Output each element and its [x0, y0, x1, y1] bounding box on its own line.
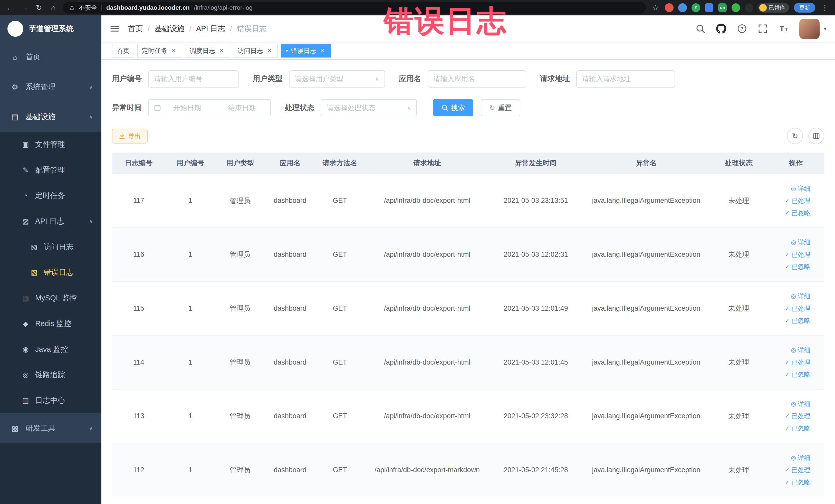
user-id-input[interactable] [148, 70, 239, 87]
search-icon [442, 104, 448, 111]
extension-icon-on-badge[interactable]: on [718, 3, 727, 12]
detail-link[interactable]: ◎ 详细 [791, 184, 810, 193]
date-range-picker[interactable]: 开始日期 - 结束日期 [148, 99, 271, 116]
mark-ignored-link[interactable]: ✓ 已忽略 [785, 209, 810, 217]
mark-ignored-link[interactable]: ✓ 已忽略 [785, 478, 810, 486]
mark-ignored-label: 已忽略 [791, 478, 811, 486]
sidebar-item-trace-label: 链路追踪 [35, 370, 65, 380]
export-button[interactable]: 导出 [112, 129, 148, 143]
sidebar-item-access-log[interactable]: ▧ 访问日志 [0, 234, 101, 260]
app-logo[interactable]: 芋道管理系统 [0, 15, 101, 42]
extension-icon-blue-grid[interactable] [705, 3, 713, 12]
browser-forward-button[interactable]: → [20, 4, 29, 12]
github-icon[interactable] [716, 24, 726, 34]
sidebar-item-system[interactable]: ⚙ 系统管理 ∨ [0, 72, 101, 102]
mark-processed-link[interactable]: ✓ 已处理 [785, 196, 810, 205]
detail-link[interactable]: ◎ 详细 [791, 400, 810, 408]
app-name-input[interactable] [428, 70, 526, 87]
tab-access-log[interactable]: 访问日志 × [233, 44, 278, 58]
mark-processed-link[interactable]: ✓ 已处理 [785, 358, 810, 367]
reset-button[interactable]: ↻ 重置 [481, 99, 520, 116]
sidebar-item-infra-label: 基础设施 [26, 112, 56, 122]
user-id-input-field[interactable] [154, 75, 233, 83]
file-icon: ▣ [21, 140, 30, 149]
search-icon[interactable] [695, 24, 705, 34]
sidebar-item-error-log[interactable]: ▧ 错误日志 [0, 260, 101, 285]
refresh-table-button[interactable]: ↻ [787, 128, 803, 144]
refresh-icon: ↻ [792, 132, 798, 140]
detail-link[interactable]: ◎ 详细 [791, 346, 810, 354]
browser-menu-dots-icon[interactable]: ⋮ [820, 3, 830, 12]
fullscreen-icon[interactable] [758, 24, 768, 34]
breadcrumb-api-log[interactable]: API 日志 [196, 24, 225, 34]
hamburger-icon[interactable] [110, 24, 119, 33]
close-icon[interactable]: × [218, 47, 225, 55]
tab-dispatch-log[interactable]: 调度日志 × [185, 44, 230, 58]
help-icon[interactable]: ? [737, 24, 747, 34]
sidebar-item-java-label: Java 监控 [35, 344, 68, 355]
sidebar-item-infra[interactable]: ▤ 基础设施 ∧ [0, 102, 101, 132]
detail-link[interactable]: ◎ 详细 [791, 292, 810, 300]
paused-badge[interactable]: 已暂停 [758, 3, 789, 12]
mark-ignored-link[interactable]: ✓ 已忽略 [785, 262, 810, 271]
column-settings-button[interactable] [808, 128, 824, 144]
extension-icon-green-y[interactable]: Y [692, 3, 700, 12]
user-type-select[interactable]: 请选择用户类型 ∨ [289, 70, 385, 87]
tab-home[interactable]: 首页 [112, 44, 134, 58]
address-bar[interactable]: ⚠ 不安全 dashboard.yudao.iocoder.cn/infra/l… [63, 2, 646, 14]
sidebar-item-api-log[interactable]: ▨ API 日志 ∧ [0, 208, 101, 234]
browser-home-button[interactable]: ⌂ [48, 4, 58, 12]
breadcrumb-home[interactable]: 首页 [128, 24, 143, 34]
date-start-placeholder[interactable]: 开始日期 [164, 103, 210, 113]
browser-reload-button[interactable]: ↻ [34, 3, 44, 12]
close-icon[interactable]: × [170, 47, 177, 55]
mark-processed-link[interactable]: ✓ 已处理 [785, 250, 810, 259]
toolbar-right: ↻ [787, 128, 824, 144]
close-icon[interactable]: × [266, 47, 273, 55]
sidebar-item-file-management[interactable]: ▣ 文件管理 [0, 132, 101, 157]
sidebar-item-devtools[interactable]: ▩ 研发工具 ∨ [0, 414, 101, 443]
detail-link[interactable]: ◎ 详细 [791, 238, 810, 246]
timer-icon: ◔ [21, 192, 30, 200]
eye-icon: ◎ [791, 239, 796, 246]
tab-error-log[interactable]: ● 错误日志 × [281, 44, 331, 58]
extension-icon-red[interactable] [665, 3, 673, 12]
sidebar-item-scheduled-jobs[interactable]: ◔ 定时任务 [0, 183, 101, 208]
sidebar-item-mysql-monitor[interactable]: ▦ MySQL 监控 [0, 285, 101, 311]
mark-ignored-link[interactable]: ✓ 已忽略 [785, 370, 810, 379]
sidebar-item-log-center[interactable]: ▥ 日志中心 [0, 388, 101, 414]
tab-scheduled-jobs[interactable]: 定时任务 × [137, 44, 182, 58]
cell-actions: ◎ 详细 ✓ 已处理 ✓ 已忽略 [767, 238, 824, 271]
column-header-log-id: 日志编号 [112, 153, 165, 174]
sidebar-item-config-management[interactable]: ✎ 配置管理 [0, 157, 101, 183]
cell-exception-time: 2021-05-02 21:45:28 [489, 466, 582, 474]
user-menu[interactable]: ▾ [799, 19, 827, 39]
browser-back-button[interactable]: ← [5, 4, 15, 12]
app-name-input-field[interactable] [433, 75, 521, 83]
request-url-input[interactable] [576, 70, 675, 87]
mark-processed-link[interactable]: ✓ 已处理 [785, 304, 810, 313]
extension-icon-paw[interactable] [745, 3, 753, 12]
request-url-input-field[interactable] [582, 75, 669, 83]
process-status-select[interactable]: 请选择处理状态 ∨ [321, 99, 417, 116]
mark-processed-link[interactable]: ✓ 已处理 [785, 466, 810, 474]
extension-icon-blue-drop[interactable] [678, 3, 687, 12]
sidebar-item-home[interactable]: ⌂ 首页 [0, 42, 101, 72]
sidebar-item-trace[interactable]: ◎ 链路追踪 [0, 362, 101, 388]
mark-ignored-link[interactable]: ✓ 已忽略 [785, 424, 810, 432]
sidebar-item-java-monitor[interactable]: ◉ Java 监控 [0, 337, 101, 362]
breadcrumb-infra[interactable]: 基础设施 [155, 24, 184, 34]
mark-processed-label: 已处理 [791, 412, 811, 420]
search-button[interactable]: 搜索 [433, 99, 474, 116]
detail-link[interactable]: ◎ 详细 [791, 454, 810, 462]
bookmark-star-icon[interactable]: ☆ [650, 3, 660, 12]
font-size-icon[interactable]: TT [778, 24, 789, 34]
browser-update-button[interactable]: 更新 [794, 3, 815, 12]
mark-processed-link[interactable]: ✓ 已处理 [785, 412, 810, 420]
sidebar-item-redis-monitor[interactable]: ◆ Redis 监控 [0, 311, 101, 337]
cell-request-method: GET [315, 358, 365, 366]
close-icon[interactable]: × [319, 47, 326, 55]
extension-icon-green-leaf[interactable] [732, 3, 740, 12]
date-end-placeholder[interactable]: 结束日期 [219, 103, 265, 113]
mark-ignored-link[interactable]: ✓ 已忽略 [785, 316, 810, 325]
